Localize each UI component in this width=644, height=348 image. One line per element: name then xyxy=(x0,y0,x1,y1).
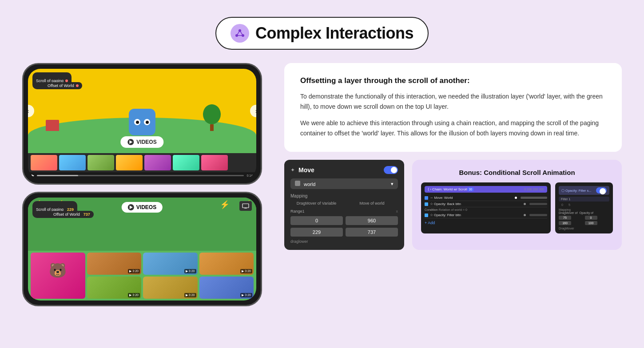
range-input-1[interactable]: 0 xyxy=(290,216,343,225)
video-thumb-3: ▶ 3:20 xyxy=(143,253,198,275)
move-panel: ✦ Move world ▾ Mapping DragMover of Vari… xyxy=(284,160,404,250)
row-dot-3 xyxy=(524,214,526,216)
mini-input-3[interactable]: 160 xyxy=(559,221,571,225)
toggle-right[interactable] xyxy=(596,187,607,194)
description-card: Offsetting a layer through the scroll of… xyxy=(284,63,622,152)
mini-input-2[interactable]: 0 xyxy=(585,216,597,220)
mini-input-4[interactable]: 100 xyxy=(585,221,597,225)
mapping-col-1: DragMover of Variable xyxy=(290,201,342,206)
thumb-4 xyxy=(116,155,143,170)
mini-input-1[interactable]: 75 xyxy=(559,216,571,220)
duration-6: ▶ 3:20 xyxy=(184,293,196,297)
desc-paragraph-1: To demonstrate the functionally of this … xyxy=(300,91,606,112)
world-icon-sq: world xyxy=(295,181,315,187)
duration-7: ▶ 3:20 xyxy=(240,293,252,297)
offset-value: 737 xyxy=(83,212,90,217)
mini-range-inputs: 75 0 160 100 xyxy=(559,216,609,225)
duration-3: ▶ 3:20 xyxy=(184,269,196,273)
row-icon-2 xyxy=(425,202,428,206)
conditional-card: Bonus: Conditional Scroll Animation ⟨ › … xyxy=(412,160,622,250)
top-ui-bar: Scroll of paging Offset of World xyxy=(28,69,87,93)
mapping-col-2: Move of world xyxy=(346,201,398,206)
row-icon-1 xyxy=(425,196,428,200)
conditional-title: Bonus: Conditional Scroll Animation xyxy=(421,169,613,176)
add-button[interactable]: + Add xyxy=(425,221,547,225)
world-dropdown[interactable]: world ▾ xyxy=(290,178,398,189)
desc-paragraph-2: We were able to achieve this interaction… xyxy=(300,118,606,138)
progress-area: ▶ 0:14 xyxy=(28,172,256,179)
tree-top xyxy=(203,104,221,124)
pupil-right xyxy=(146,121,149,124)
phone-top-screen: Scroll of paging Offset of World A T O M… xyxy=(28,69,256,179)
video-thumb-6: ▶ 3:20 xyxy=(143,277,198,299)
video-thumb-4: ▶ 3:20 xyxy=(199,253,254,275)
play-triangle xyxy=(129,140,132,144)
timeline-bar-2 xyxy=(529,203,547,205)
video-thumb-5: ▶ 3:20 xyxy=(87,277,142,299)
range-input-2[interactable]: 960 xyxy=(346,216,398,225)
header-badge: Complex Interactions xyxy=(215,17,429,50)
inner-left-panel: ⟨ › Chain: World w/ Scroll 30 0 100 200 … xyxy=(421,182,551,233)
play-triangle-bottom xyxy=(130,206,133,209)
move-label: Move xyxy=(298,166,314,174)
video-thumb-7: ▶ 3:20 xyxy=(199,277,254,299)
range-input-4[interactable]: 737 xyxy=(346,228,398,237)
thumb-2 xyxy=(59,155,86,170)
offset-pill: Offset of World xyxy=(44,82,82,89)
progress-fill xyxy=(37,175,78,176)
bottom-row: ✦ Move world ▾ Mapping DragMover of Vari… xyxy=(284,160,622,250)
row-dot-2 xyxy=(524,203,526,205)
screen-icon-bottom xyxy=(239,201,252,211)
left-column: Scroll of paging Offset of World A T O M… xyxy=(22,63,271,306)
mini-row-cols: DragMover of Opacity of xyxy=(559,211,609,214)
inner-panels: ⟨ › Chain: World w/ Scroll 30 0 100 200 … xyxy=(421,182,613,233)
toggle-blue[interactable] xyxy=(384,166,398,174)
page-title: Complex Interactions xyxy=(255,24,413,43)
phone-bottom-screen: Scroll of paging 229 Offset of World 737… xyxy=(28,198,256,301)
timeline-nums: 0 100 200 300 xyxy=(524,188,544,191)
play-icon-small xyxy=(127,139,134,145)
character-box xyxy=(129,109,155,135)
inner-row-3: ☆ Opacity: Filter bttn xyxy=(425,212,547,218)
phone-top: Scroll of paging Offset of World A T O M… xyxy=(22,63,262,185)
videos-button-bottom[interactable]: VIDEOS xyxy=(122,202,163,213)
desc-text: To demonstrate the functionally of this … xyxy=(300,91,606,138)
svg-line-3 xyxy=(237,31,240,36)
svg-rect-9 xyxy=(242,204,249,208)
thumb-3 xyxy=(87,155,114,170)
phone-bottom: Scroll of paging 229 Offset of World 737… xyxy=(22,192,262,306)
offset-pill-bottom: Offset of World 737 xyxy=(50,211,94,218)
header-count: 30 xyxy=(467,187,474,191)
char-eyes xyxy=(134,119,150,125)
barn xyxy=(46,120,59,131)
timeline-dots: 05 xyxy=(559,203,609,206)
mini-mapping-label: Mapping xyxy=(559,208,609,211)
thumb-1 xyxy=(31,155,57,170)
row-dot-1 xyxy=(515,197,517,199)
timeline-bar-3 xyxy=(529,214,547,216)
videos-button-top[interactable]: VIDEOS xyxy=(120,136,163,148)
tree xyxy=(203,104,221,131)
range-input-3[interactable]: 229 xyxy=(290,228,343,237)
page-header: Complex Interactions xyxy=(0,0,644,50)
timeline-bar-1 xyxy=(521,197,547,199)
thumb-6 xyxy=(173,155,199,170)
eye-left xyxy=(134,119,140,125)
bottom-ui-bar: Scroll of paging 229 Offset of World 737 xyxy=(28,198,98,221)
pupil-left xyxy=(136,121,139,124)
duration-2: ▶ 3:20 xyxy=(128,269,140,273)
filter-row: Filter 1 xyxy=(559,197,609,202)
mapping-cols: DragMover of Variable Move of world xyxy=(290,201,398,206)
pill-dot2 xyxy=(76,84,79,87)
drag-lower-label: draglower xyxy=(290,239,398,244)
tree-trunk xyxy=(210,124,214,131)
desc-title: Offsetting a layer through the scroll of… xyxy=(300,76,606,85)
bear-character: 🐻 xyxy=(47,255,69,286)
video-thumb-2: ▶ 3:20 xyxy=(87,253,142,275)
move-icon: ✦ xyxy=(290,167,295,173)
inner-row-1: ↔ Move: World xyxy=(425,195,547,201)
lightning-3: ⚡ xyxy=(220,200,230,210)
chevron-down-icon: ▾ xyxy=(391,181,394,187)
mini-drag-label: DragMover xyxy=(559,227,609,230)
header-icon xyxy=(231,24,249,43)
